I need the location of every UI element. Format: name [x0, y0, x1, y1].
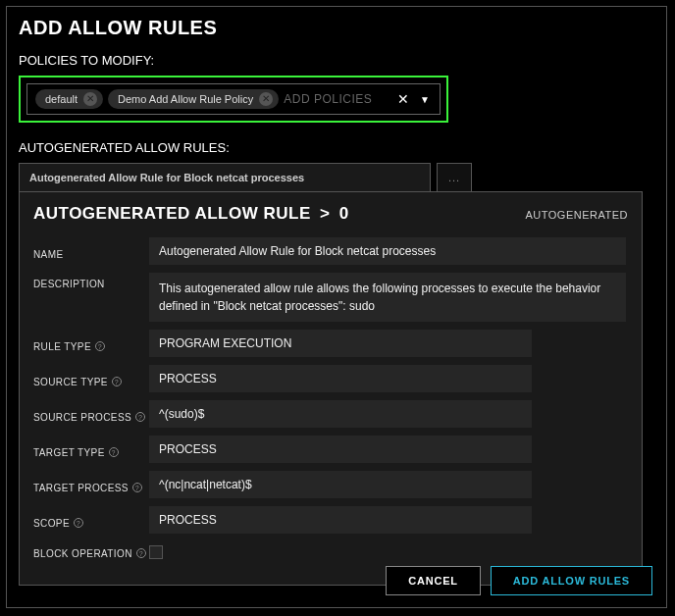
add-allow-rules-button[interactable]: ADD ALLOW RULES: [491, 566, 652, 595]
field-source-process: SOURCE PROCESS ? ^(sudo)$: [33, 400, 628, 428]
dialog-footer: CANCEL ADD ALLOW RULES: [386, 566, 652, 595]
field-label: SOURCE PROCESS ?: [33, 406, 149, 423]
policy-chip-label: Demo Add Allow Rule Policy: [118, 93, 253, 105]
policy-chip: Demo Add Allow Rule Policy ✕: [108, 89, 279, 109]
more-tabs-button[interactable]: ...: [437, 163, 472, 192]
autogen-rule-tab[interactable]: Autogenerated Allow Rule for Block netca…: [19, 163, 431, 192]
dialog-title: ADD ALLOW RULES: [19, 17, 654, 39]
field-description: DESCRIPTION This autogenerated allow rul…: [33, 273, 628, 322]
source-type-value: PROCESS: [149, 365, 532, 392]
policy-chip: default ✕: [35, 89, 103, 109]
help-icon[interactable]: ?: [135, 412, 145, 422]
chip-remove-icon[interactable]: ✕: [83, 92, 97, 106]
help-icon[interactable]: ?: [109, 447, 119, 457]
policies-placeholder[interactable]: ADD POLICIES: [284, 92, 389, 106]
name-input[interactable]: Autogenerated Allow Rule for Block netca…: [149, 237, 626, 265]
help-icon[interactable]: ?: [112, 377, 122, 386]
chevron-down-icon[interactable]: ▼: [418, 94, 432, 105]
field-label: BLOCK OPERATION ?: [33, 542, 149, 559]
target-type-value: PROCESS: [149, 436, 532, 463]
policies-input-container[interactable]: default ✕ Demo Add Allow Rule Policy ✕ A…: [26, 83, 441, 115]
field-scope: SCOPE ? PROCESS: [33, 506, 628, 534]
help-icon[interactable]: ?: [136, 548, 146, 558]
field-target-type: TARGET TYPE ? PROCESS: [33, 436, 628, 463]
clear-all-icon[interactable]: ✕: [393, 91, 413, 107]
rule-details-panel: AUTOGENERATED ALLOW RULE > 0 AUTOGENERAT…: [19, 191, 643, 586]
autogenerated-badge: AUTOGENERATED: [526, 209, 629, 221]
autogen-label: AUTOGENERATED ALLOW RULES:: [19, 140, 654, 155]
help-icon[interactable]: ?: [95, 341, 105, 351]
field-label: RULE TYPE ?: [33, 335, 149, 352]
field-source-type: SOURCE TYPE ? PROCESS: [33, 365, 628, 392]
field-name: NAME Autogenerated Allow Rule for Block …: [33, 237, 628, 265]
source-process-value: ^(sudo)$: [149, 400, 532, 428]
field-label: TARGET PROCESS ?: [33, 477, 149, 493]
description-input[interactable]: This autogenerated allow rule allows the…: [149, 273, 626, 322]
rule-header: AUTOGENERATED ALLOW RULE > 0 AUTOGENERAT…: [33, 204, 628, 224]
chip-remove-icon[interactable]: ✕: [259, 92, 273, 106]
field-label: NAME: [33, 243, 149, 260]
breadcrumb-separator: >: [316, 204, 334, 223]
rule-title-prefix: AUTOGENERATED ALLOW RULE: [33, 204, 311, 223]
block-operation-checkbox[interactable]: [149, 545, 163, 559]
field-block-operation: BLOCK OPERATION ?: [33, 541, 628, 559]
scope-value: PROCESS: [149, 506, 532, 534]
autogen-tabs: Autogenerated Allow Rule for Block netca…: [19, 163, 654, 192]
add-allow-rules-dialog: ADD ALLOW RULES POLICIES TO MODIFY: defa…: [6, 6, 667, 608]
policies-label: POLICIES TO MODIFY:: [19, 53, 654, 68]
field-target-process: TARGET PROCESS ? ^(nc|ncat|netcat)$: [33, 471, 628, 498]
target-process-value: ^(nc|ncat|netcat)$: [149, 471, 532, 498]
field-label: DESCRIPTION: [33, 273, 149, 289]
help-icon[interactable]: ?: [132, 483, 142, 492]
policy-chip-label: default: [45, 93, 78, 105]
cancel-button[interactable]: CANCEL: [386, 566, 481, 595]
rule-type-value: PROGRAM EXECUTION: [149, 330, 532, 357]
field-label: SOURCE TYPE ?: [33, 371, 149, 387]
rule-title-index: 0: [339, 204, 349, 223]
field-label: TARGET TYPE ?: [33, 441, 149, 458]
field-rule-type: RULE TYPE ? PROGRAM EXECUTION: [33, 330, 628, 357]
field-label: SCOPE ?: [33, 512, 149, 529]
policies-highlight-box: default ✕ Demo Add Allow Rule Policy ✕ A…: [19, 76, 448, 123]
rule-title: AUTOGENERATED ALLOW RULE > 0: [33, 204, 349, 224]
help-icon[interactable]: ?: [74, 518, 83, 528]
